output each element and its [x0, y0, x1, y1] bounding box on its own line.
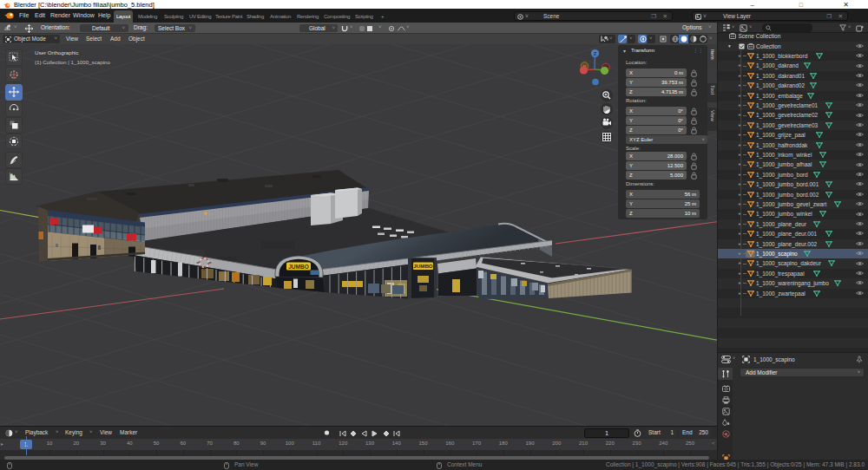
- svg-text:JUMBO: JUMBO: [288, 264, 308, 270]
- svg-text:JUMBO: JUMBO: [413, 263, 433, 269]
- svg-text:Z: Z: [594, 51, 597, 56]
